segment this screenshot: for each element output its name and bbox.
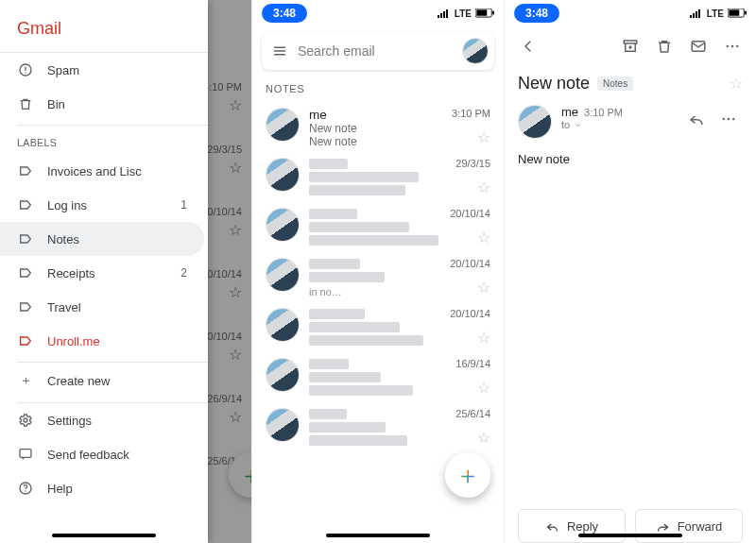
row-avatar[interactable]: [266, 158, 300, 192]
row-avatar[interactable]: [266, 408, 300, 442]
row-star[interactable]: ☆: [477, 128, 490, 146]
svg-point-29: [723, 118, 725, 120]
row-star[interactable]: ☆: [477, 429, 490, 447]
reply-button[interactable]: Reply: [518, 509, 626, 543]
gear-icon: [17, 413, 34, 428]
svg-point-28: [736, 45, 738, 47]
from-time: 3:10 PM: [584, 107, 623, 118]
mail-row[interactable]: in no…20/10/14☆: [252, 252, 504, 302]
reply-label: Reply: [567, 519, 598, 534]
back-button[interactable]: [514, 32, 542, 60]
account-avatar[interactable]: [462, 38, 489, 64]
create-new-label[interactable]: ＋ Create new: [0, 363, 204, 399]
row-snippet: [309, 385, 490, 399]
row-star[interactable]: ☆: [477, 279, 490, 297]
hamburger-icon[interactable]: [271, 42, 288, 59]
row-subject: [309, 422, 490, 435]
gmail-logo: Gmail: [17, 19, 191, 39]
row-avatar[interactable]: [266, 358, 300, 392]
folder-bin[interactable]: Bin: [0, 87, 204, 121]
mail-button[interactable]: [684, 32, 713, 60]
label-icon: [17, 299, 34, 314]
action-label: Settings: [47, 414, 92, 428]
network-label: LTE: [707, 8, 724, 19]
status-icons: LTE: [690, 8, 747, 19]
label-item-receipts[interactable]: Receipts2: [0, 256, 204, 290]
svg-rect-12: [476, 9, 487, 15]
mail-row[interactable]: 20/10/14☆: [252, 202, 504, 252]
row-avatar[interactable]: [266, 108, 300, 142]
more-button[interactable]: [718, 32, 747, 60]
chevron-down-icon: [574, 121, 582, 129]
mail-row[interactable]: meNew noteNew note3:10 PM☆: [252, 102, 504, 152]
label-item-invoices-and-lisc[interactable]: Invoices and Lisc: [0, 154, 204, 188]
archive-button[interactable]: [616, 32, 644, 60]
row-date: 3:10 PM: [452, 108, 490, 119]
mail-row[interactable]: 20/10/14☆: [252, 302, 504, 352]
star-toggle[interactable]: ☆: [730, 75, 743, 93]
to-expander[interactable]: to: [561, 119, 673, 130]
forward-icon: [656, 519, 670, 534]
label-count: 2: [180, 266, 187, 280]
signal-icon: [690, 8, 703, 18]
row-snippet: [309, 435, 490, 449]
svg-rect-22: [729, 9, 739, 15]
label-text: Unroll.me: [47, 334, 100, 348]
row-date: 29/3/15: [455, 158, 490, 169]
row-star[interactable]: ☆: [477, 329, 490, 347]
message-more-button[interactable]: [714, 105, 743, 133]
action-label: Create new: [47, 374, 110, 388]
svg-rect-24: [624, 41, 637, 43]
row-avatar[interactable]: [266, 208, 300, 242]
row-avatar[interactable]: [266, 308, 300, 342]
row-snippet: [309, 335, 490, 348]
delete-button[interactable]: [650, 32, 679, 60]
row-star[interactable]: ☆: [477, 178, 490, 196]
label-badge[interactable]: Notes: [597, 76, 633, 91]
label-icon: [17, 333, 34, 348]
label-item-log-ins[interactable]: Log ins1: [0, 188, 204, 222]
compose-fab[interactable]: ＋: [445, 452, 490, 498]
label-text: Log ins: [47, 198, 87, 212]
row-avatar[interactable]: [266, 258, 300, 292]
mail-row[interactable]: 29/3/15☆: [252, 152, 504, 202]
folder-spam[interactable]: Spam: [0, 53, 204, 87]
help-item[interactable]: Help: [0, 471, 204, 505]
subject-row: New note Notes ☆: [505, 66, 756, 97]
nav-drawer: Gmail Spam Bin LABELS Invoices and LiscL…: [0, 0, 208, 543]
folder-label: Spam: [47, 63, 79, 77]
from-name: me: [561, 105, 578, 119]
label-text: Receipts: [47, 266, 95, 280]
label-item-notes[interactable]: Notes: [0, 222, 204, 256]
svg-point-26: [727, 45, 729, 47]
row-star[interactable]: ☆: [477, 229, 490, 246]
svg-rect-10: [446, 9, 448, 18]
forward-button[interactable]: Forward: [635, 509, 743, 543]
row-date: 20/10/14: [450, 308, 490, 319]
home-indicator: [326, 534, 430, 537]
feedback-icon: [17, 447, 34, 462]
svg-rect-7: [438, 15, 439, 18]
screen-note-detail: 3:48 LTE New note Notes ☆ me 3:10 PM to …: [504, 0, 756, 543]
feedback-item[interactable]: Send feedback: [0, 437, 204, 471]
mail-row[interactable]: 16/9/14☆: [252, 352, 504, 402]
label-text: Travel: [47, 300, 81, 314]
reply-icon-button[interactable]: [682, 105, 711, 133]
plus-icon: ＋: [17, 372, 34, 389]
svg-point-31: [732, 118, 734, 120]
search-bar[interactable]: Search email: [262, 32, 494, 70]
row-star[interactable]: ☆: [477, 379, 490, 397]
svg-rect-18: [693, 13, 695, 18]
svg-rect-4: [20, 450, 31, 458]
home-indicator: [52, 534, 156, 537]
mail-row[interactable]: 25/6/14☆: [252, 402, 504, 452]
settings-item[interactable]: Settings: [0, 403, 204, 437]
svg-point-2: [25, 72, 26, 73]
sender-avatar[interactable]: [518, 105, 552, 139]
label-item-unroll-me[interactable]: Unroll.me: [0, 324, 204, 358]
label-icon: [17, 231, 34, 246]
label-item-travel[interactable]: Travel: [0, 290, 204, 324]
row-subject: [309, 272, 490, 285]
row-subject: [309, 172, 490, 185]
search-placeholder: Search email: [298, 43, 453, 59]
